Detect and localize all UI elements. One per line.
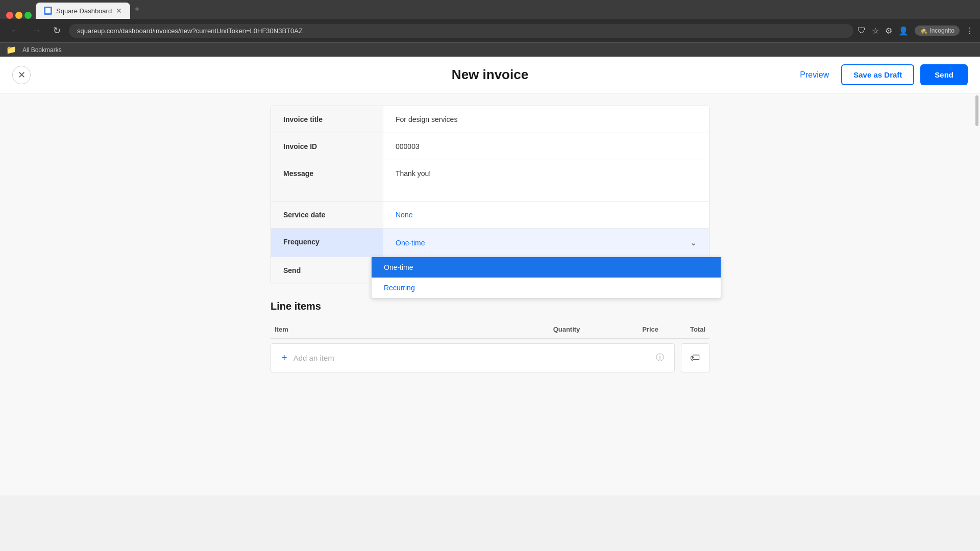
window-minimize[interactable] <box>15 12 22 19</box>
profile-icon[interactable]: 👤 <box>898 26 909 36</box>
back-button[interactable]: ← <box>6 23 23 38</box>
col-price-header: Price <box>597 325 658 333</box>
bookmarks-folder-icon: 📁 <box>6 45 16 55</box>
invoice-title-label: Invoice title <box>271 106 383 133</box>
scrollbar-thumb[interactable] <box>975 95 978 126</box>
close-button[interactable]: ✕ <box>12 66 31 84</box>
active-tab[interactable]: Square Dashboard ✕ <box>36 3 130 19</box>
add-item-placeholder: Add an item <box>293 354 334 362</box>
chevron-down-icon: ⌄ <box>690 238 697 247</box>
add-item-row[interactable]: + Add an item ⓘ <box>271 343 675 372</box>
add-item-container: + Add an item ⓘ 🏷 <box>271 343 709 372</box>
nav-bar: ← → ↻ 🛡 ☆ ⚙ 👤 🕵 Incognito ⋮ <box>0 19 980 42</box>
nav-icons: 🛡 ☆ ⚙ 👤 🕵 Incognito ⋮ <box>857 26 974 36</box>
app-container: ✕ New invoice Preview Save as Draft Send… <box>0 57 980 495</box>
tab-favicon <box>44 7 52 15</box>
incognito-badge: 🕵 Incognito <box>915 26 960 36</box>
frequency-row: Frequency One-time ⌄ One-time Recurring <box>271 229 709 257</box>
send-label: Send <box>271 257 383 284</box>
header-actions: Preview Save as Draft Send <box>794 64 968 85</box>
star-icon[interactable]: ☆ <box>872 26 879 36</box>
incognito-label: Incognito <box>929 27 954 34</box>
line-items-section: Line items Item Quantity Price Total + A… <box>271 300 709 372</box>
tab-bar: Square Dashboard ✕ + <box>0 0 980 19</box>
tag-icon: 🏷 <box>690 352 700 364</box>
col-total-header: Total <box>658 325 709 333</box>
invoice-id-value[interactable]: 000003 <box>383 133 709 160</box>
invoice-id-row: Invoice ID 000003 <box>271 133 709 160</box>
window-controls <box>6 12 32 19</box>
svg-rect-0 <box>45 8 51 13</box>
invoice-title-row: Invoice title For design services <box>271 106 709 133</box>
reload-button[interactable]: ↻ <box>49 23 65 38</box>
window-close[interactable] <box>6 12 13 19</box>
service-date-row: Service date None <box>271 202 709 229</box>
scrollbar-track <box>975 93 979 495</box>
preview-button[interactable]: Preview <box>794 66 835 84</box>
message-label: Message <box>271 160 383 201</box>
add-item-plus-icon: + <box>281 352 287 364</box>
incognito-icon: 🕵 <box>920 27 927 34</box>
line-items-title: Line items <box>271 300 709 312</box>
shield-icon: 🛡 <box>857 26 866 35</box>
invoice-id-label: Invoice ID <box>271 133 383 160</box>
forward-button[interactable]: → <box>28 23 45 38</box>
address-bar[interactable] <box>69 24 853 38</box>
frequency-selected-value: One-time <box>396 239 425 247</box>
frequency-select[interactable]: One-time ⌄ One-time Recurring <box>383 229 709 257</box>
send-button[interactable]: Send <box>920 64 968 85</box>
dropdown-option-recurring[interactable]: Recurring <box>372 278 721 298</box>
service-date-label: Service date <box>271 202 383 228</box>
menu-icon[interactable]: ⋮ <box>966 26 974 36</box>
col-item-header: Item <box>271 325 536 333</box>
window-maximize[interactable] <box>24 12 32 19</box>
extension-icon[interactable]: ⚙ <box>885 26 892 36</box>
all-bookmarks-link[interactable]: All Bookmarks <box>18 45 66 55</box>
line-items-header: Item Quantity Price Total <box>271 320 709 339</box>
browser-window: Square Dashboard ✕ + ← → ↻ 🛡 ☆ ⚙ 👤 🕵 Inc… <box>0 0 980 57</box>
new-tab-button[interactable]: + <box>130 0 144 19</box>
message-row: Message Thank you! <box>271 160 709 202</box>
page-title: New invoice <box>452 67 528 83</box>
invoice-title-value[interactable]: For design services <box>383 106 709 133</box>
app-header: ✕ New invoice Preview Save as Draft Send <box>0 57 980 93</box>
save-draft-button[interactable]: Save as Draft <box>841 64 914 85</box>
col-quantity-header: Quantity <box>536 325 597 333</box>
service-date-value[interactable]: None <box>383 202 709 228</box>
frequency-label: Frequency <box>271 229 383 257</box>
add-item-tag-button[interactable]: 🏷 <box>681 343 709 372</box>
tab-close-icon[interactable]: ✕ <box>116 7 122 15</box>
frequency-dropdown[interactable]: One-time Recurring <box>371 257 721 298</box>
message-value[interactable]: Thank you! <box>383 160 709 201</box>
dropdown-option-one-time[interactable]: One-time <box>372 257 721 278</box>
form-container: Invoice title For design services Invoic… <box>271 93 709 385</box>
add-item-info-icon[interactable]: ⓘ <box>656 353 664 363</box>
tab-title: Square Dashboard <box>56 7 112 15</box>
bookmarks-bar: 📁 All Bookmarks <box>0 42 980 57</box>
